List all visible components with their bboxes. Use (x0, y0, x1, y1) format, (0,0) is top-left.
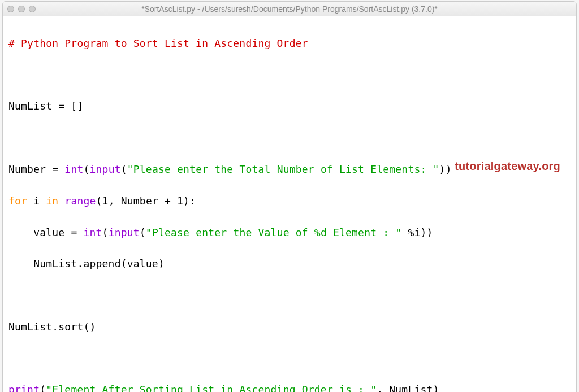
code-builtin: int (64, 163, 83, 175)
code-text: ( (83, 163, 89, 175)
code-text: %i)) (401, 227, 433, 238)
code-builtin: range (64, 195, 96, 207)
editor-traffic-lights (7, 6, 36, 12)
code-text: ( (140, 227, 146, 238)
code-builtin: print (8, 384, 40, 392)
code-text: value (8, 227, 71, 238)
maximize-icon[interactable] (29, 6, 36, 12)
code-text: = [] (58, 100, 83, 112)
editor-window: *SortAscList.py - /Users/suresh/Document… (2, 1, 577, 392)
code-text: = (71, 227, 83, 238)
code-text: ( (40, 384, 46, 392)
code-text: i (27, 195, 46, 207)
editor-titlebar: *SortAscList.py - /Users/suresh/Document… (3, 2, 576, 16)
watermark: tutorialgateway.org (455, 158, 560, 175)
code-comment: # Python Program to Sort List in Ascendi… (8, 37, 308, 49)
code-text: ( (96, 195, 102, 207)
code-editor[interactable]: # Python Program to Sort List in Ascendi… (3, 16, 576, 392)
code-text: = (52, 163, 64, 175)
code-builtin: input (90, 163, 121, 175)
code-text: NumList.append(value) (8, 258, 165, 269)
code-text: , NumList) (377, 384, 439, 392)
code-string: "Please enter the Value of %d Element : … (146, 227, 402, 238)
code-text: , Number + (109, 195, 177, 207)
code-keyword: for (8, 195, 27, 207)
code-text: )) (439, 163, 452, 175)
code-text: NumList.sort() (8, 321, 96, 333)
code-text: ( (121, 163, 127, 175)
code-text (58, 195, 64, 207)
close-icon[interactable] (7, 6, 14, 12)
editor-title: *SortAscList.py - /Users/suresh/Document… (3, 5, 576, 14)
code-builtin: int (83, 227, 102, 238)
minimize-icon[interactable] (18, 6, 25, 12)
code-string: "Element After Sorting List in Ascending… (46, 384, 377, 392)
code-number: 1 (177, 195, 183, 207)
code-text: Number (8, 163, 52, 175)
code-text: ): (183, 195, 196, 207)
code-keyword: in (46, 195, 58, 207)
code-string: "Please enter the Total Number of List E… (127, 163, 439, 175)
code-text: NumList (8, 100, 58, 112)
code-number: 1 (102, 195, 109, 207)
code-text: ( (102, 227, 109, 238)
code-builtin: input (109, 227, 140, 238)
